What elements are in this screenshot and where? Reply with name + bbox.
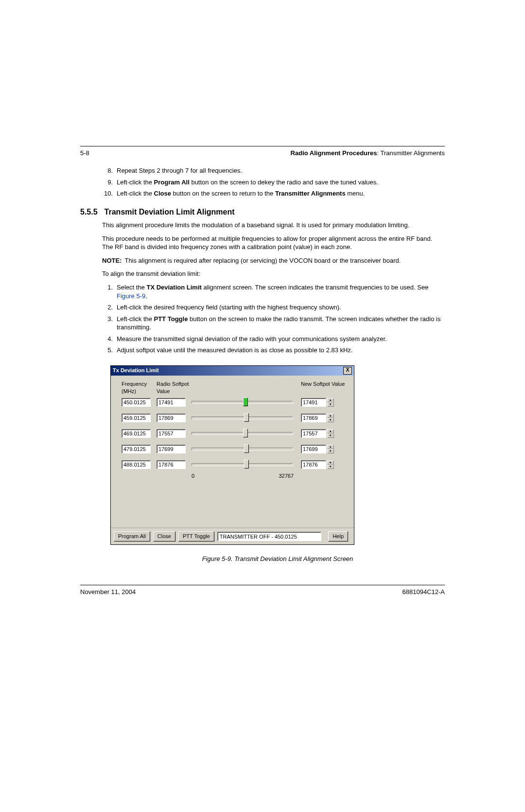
spin-control: ▴▾ [327, 414, 334, 422]
scale-min: 0 [192, 472, 201, 480]
section-title: Transmit Deviation Limit Alignment [105, 207, 235, 217]
spin-up-button[interactable]: ▴ [327, 460, 334, 465]
t: Left-click the desired frequency field (… [117, 304, 341, 311]
softpot-row: 479.01251769917699▴▾ [122, 444, 347, 454]
spin-down-button[interactable]: ▾ [327, 449, 334, 453]
t: . [145, 292, 147, 300]
proc-step-2: 2. Left-click the desired frequency fiel… [102, 303, 445, 312]
softpot-row: 459.01251786917869▴▾ [122, 413, 347, 423]
softpot-slider[interactable] [192, 444, 293, 454]
new-softpot-field[interactable]: 17699 [301, 445, 326, 453]
spin-down-button[interactable]: ▾ [327, 418, 334, 422]
help-button[interactable]: Help [328, 531, 348, 541]
figure-reference[interactable]: Figure 5-9 [117, 292, 145, 300]
frequency-field[interactable]: 479.0125 [122, 445, 151, 453]
spin-down-button[interactable]: ▾ [327, 402, 334, 407]
t: Measure the transmitted signal deviation… [117, 335, 387, 343]
frequency-field[interactable]: 488.0125 [122, 460, 151, 469]
step-text-b: button on the screen to return to the [171, 190, 275, 197]
slider-thumb[interactable] [244, 413, 249, 422]
header-spacer [200, 380, 301, 395]
proc-step-4: 4. Measure the transmitted signal deviat… [102, 335, 445, 343]
slider-thumb[interactable] [244, 460, 249, 469]
term-close: Close [154, 190, 171, 197]
page-number: 5-8 [80, 149, 89, 157]
close-button[interactable]: Close [153, 531, 175, 541]
header-frequency: Frequency (MHz) [122, 380, 157, 395]
spin-control: ▴▾ [327, 445, 334, 453]
page-footer: November 11, 2004 6881094C12-A [80, 588, 445, 595]
page: 5-8 Radio Alignment Procedures: Transmit… [0, 0, 525, 812]
softpot-row: 469.01251755717557▴▾ [122, 429, 347, 438]
step-number: 1. [102, 283, 113, 292]
paragraph-3: To align the transmit deviation limit: [102, 270, 445, 278]
header-title: Radio Alignment Procedures: Transmitter … [291, 149, 445, 157]
step-text: Repeat Steps 2 through 7 for all frequen… [117, 167, 242, 174]
spin-down-button[interactable]: ▾ [327, 433, 334, 438]
radio-softpot-field: 17491 [157, 398, 186, 407]
procedure-steps: 1. Select the TX Deviation Limit alignme… [102, 283, 445, 355]
spin-up-button[interactable]: ▴ [327, 414, 334, 418]
softpot-slider[interactable] [192, 460, 293, 469]
term-tx-dev-limit: TX Deviation Limit [146, 284, 201, 291]
t: Select the [117, 284, 146, 291]
running-header: 5-8 Radio Alignment Procedures: Transmit… [80, 149, 445, 157]
softpot-slider[interactable] [192, 397, 293, 407]
transmitter-status-field: TRANSMITTER OFF - 450.0125 [217, 532, 322, 541]
column-headers: Frequency (MHz) Radio Softpot Value New … [122, 380, 347, 395]
window-body: Frequency (MHz) Radio Softpot Value New … [111, 376, 354, 482]
header-title-bold: Radio Alignment Procedures [291, 149, 377, 157]
section-heading: 5.5.5 Transmit Deviation Limit Alignment [80, 207, 445, 217]
t: alignment screen. The screen indicates t… [202, 284, 429, 291]
new-softpot-field[interactable]: 17869 [301, 414, 326, 422]
slider-thumb[interactable] [243, 397, 248, 406]
body-content: 8. Repeat Steps 2 through 7 for all freq… [80, 166, 445, 563]
window-titlebar[interactable]: Tx Deviation Limit X [111, 366, 354, 376]
frequency-field[interactable]: 450.0125 [122, 398, 151, 407]
softpot-row: 450.01251749117491▴▾ [122, 397, 347, 407]
footer-docnum: 6881094C12-A [402, 588, 445, 595]
step-10: 10. Left-click the Close button on the s… [102, 189, 445, 198]
spin-up-button[interactable]: ▴ [327, 398, 334, 402]
new-softpot-field[interactable]: 17491 [301, 398, 326, 407]
t: Left-click the [117, 315, 154, 323]
header-rule [80, 146, 445, 146]
step-number: 4. [102, 335, 113, 343]
frequency-field[interactable]: 469.0125 [122, 429, 151, 438]
softpot-row: 488.01251787617876▴▾ [122, 460, 347, 469]
step-number: 2. [102, 303, 113, 312]
softpot-slider[interactable] [192, 413, 293, 423]
step-number: 5. [102, 346, 113, 355]
softpot-slider[interactable] [192, 429, 293, 438]
new-softpot-field[interactable]: 17876 [301, 460, 326, 469]
spin-up-button[interactable]: ▴ [327, 429, 334, 433]
ptt-toggle-button[interactable]: PTT Toggle [178, 531, 214, 541]
window-footer: Program All Close PTT Toggle TRANSMITTER… [111, 528, 354, 544]
continued-steps: 8. Repeat Steps 2 through 7 for all freq… [102, 166, 445, 198]
step-text-a: Left-click the [117, 190, 154, 197]
step-number: 8. [102, 166, 113, 175]
proc-step-3: 3. Left-click the PTT Toggle button on t… [102, 315, 445, 332]
spin-down-button[interactable]: ▾ [327, 465, 334, 469]
figure-caption: Figure 5-9. Transmit Deviation Limit Ali… [110, 555, 445, 563]
step-text-c: menu. [346, 190, 365, 197]
footer-date: November 11, 2004 [80, 588, 136, 595]
spin-control: ▴▾ [327, 429, 334, 438]
program-all-button[interactable]: Program All [114, 531, 150, 541]
radio-softpot-field: 17869 [157, 414, 186, 422]
frequency-field[interactable]: 459.0125 [122, 414, 151, 422]
new-softpot-field[interactable]: 17557 [301, 429, 326, 438]
slider-thumb[interactable] [243, 429, 248, 437]
step-number: 10. [102, 189, 113, 198]
step-8: 8. Repeat Steps 2 through 7 for all freq… [102, 166, 445, 175]
window-close-button[interactable]: X [343, 367, 352, 375]
note-label: NOTE: [102, 256, 124, 265]
slider-thumb[interactable] [244, 444, 249, 453]
spin-up-button[interactable]: ▴ [327, 445, 334, 449]
scale-max: 32767 [269, 472, 294, 480]
term-transmitter-alignments: Transmitter Alignments [275, 190, 346, 197]
note-block: NOTE: This alignment is required after r… [102, 256, 445, 265]
step-number: 9. [102, 178, 113, 187]
step-number: 3. [102, 315, 113, 324]
spin-control: ▴▾ [327, 398, 334, 407]
